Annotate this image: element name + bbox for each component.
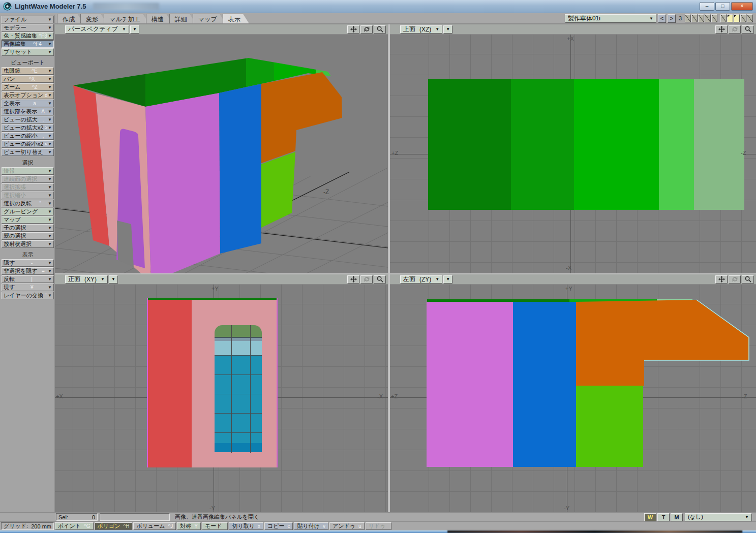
sidebar-item[interactable]: ビューの縮小x2 < ▼ (2, 140, 54, 148)
roof-polygon-band-2[interactable] (511, 79, 574, 210)
sidebar-item[interactable]: ビューの拡大 . ▼ (2, 116, 54, 123)
toolbar-button[interactable]: アンドゥ u (329, 522, 365, 530)
next-layer-button[interactable]: > (668, 14, 676, 23)
sidebar-item[interactable]: レイヤーの交換 ' ▼ (2, 292, 54, 299)
perspective-canvas[interactable]: -Z (55, 35, 388, 273)
green-panel[interactable] (576, 386, 643, 467)
window-band-lightblue[interactable] (215, 341, 262, 356)
menu-tab[interactable]: 構造 (146, 14, 172, 23)
sidebar-item[interactable]: 全表示 a ▼ (2, 100, 54, 107)
sidebar-item[interactable]: 選択縮小 ▼ (2, 192, 54, 199)
roof-polygon-band-4[interactable] (659, 79, 694, 210)
toolbar-button[interactable]: ポリゴン ^H (95, 522, 133, 530)
sidebar-item[interactable]: 反転 | ▼ (2, 275, 54, 283)
sidebar-item[interactable]: 情報 ▼ (2, 167, 54, 175)
menu-tab[interactable]: 詳細 (169, 14, 196, 23)
sidebar-item[interactable]: 選択拡張 ▼ (2, 183, 54, 191)
layer-button[interactable] (727, 14, 733, 22)
sidebar-item[interactable]: ビューの拡大x2 > ▼ (2, 124, 54, 132)
layer-button[interactable] (705, 14, 711, 22)
render-mode-dropdown[interactable]: ▼ (130, 25, 139, 34)
zoom-icon[interactable] (374, 275, 386, 284)
roof-polygon-band-1[interactable] (428, 79, 511, 210)
view-type-dropdown[interactable]: パースペクティブ ▼ (65, 25, 129, 34)
roof-edge-dark[interactable] (427, 299, 569, 302)
red-panel[interactable] (148, 300, 192, 467)
minimize-button[interactable]: – (700, 2, 714, 11)
sidebar-item[interactable]: 子の選択 ▼ (2, 224, 54, 232)
blue-panel[interactable] (513, 302, 576, 467)
pan-icon[interactable] (347, 25, 359, 34)
view-type-dropdown[interactable]: 正面 (XY) ▼ (65, 275, 108, 284)
layer-button[interactable] (734, 14, 740, 22)
face-orange-nose[interactable] (261, 72, 342, 163)
sidebar-item[interactable]: 隠す - ▼ (2, 259, 54, 267)
sidebar-item[interactable]: 連続面の選択 ▼ (2, 175, 54, 183)
close-button[interactable]: × (731, 2, 753, 11)
toolbar-button[interactable]: ボリューム ^J (133, 522, 176, 530)
menu-tab[interactable]: マップ (193, 14, 226, 23)
rotate-icon[interactable] (729, 25, 741, 34)
roof-polygon-band-5[interactable] (694, 79, 744, 210)
face-yellowgreen[interactable] (261, 152, 295, 228)
toolbar-button[interactable]: 対称 Y (177, 522, 201, 530)
face-magenta-side[interactable] (145, 93, 220, 273)
left-canvas[interactable]: +Y +Z -Z -Y (390, 285, 756, 512)
sidebar-item[interactable]: 現す ¥ ▼ (2, 284, 54, 291)
toolbar-button[interactable]: リドゥ (366, 522, 392, 530)
sidebar-item[interactable]: パン ^X ▼ (2, 75, 54, 83)
pan-icon[interactable] (347, 275, 359, 284)
face-blue-side[interactable] (219, 84, 261, 254)
window-sill-darkblue[interactable] (215, 443, 262, 452)
vertex-map-mode-button[interactable]: M (671, 513, 683, 521)
object-selector[interactable]: 製作車体01i ▼ (565, 14, 656, 23)
rotate-icon[interactable] (729, 275, 741, 284)
zoom-icon[interactable] (742, 25, 754, 34)
sidebar-item[interactable]: ビュー切り替え ▼ (2, 148, 54, 156)
view-type-dropdown[interactable]: 上面 (XZ) ▼ (400, 25, 442, 34)
front-window[interactable] (215, 325, 262, 453)
render-mode-dropdown[interactable]: ▼ (443, 275, 452, 284)
maximize-button[interactable]: □ (715, 2, 730, 11)
orange-nose-panel[interactable] (576, 300, 749, 386)
sidebar-item[interactable]: 放射状選択 ▼ (2, 240, 54, 248)
layer-button[interactable] (685, 14, 691, 22)
sidebar-item[interactable]: 選択の反転 " ▼ (2, 200, 54, 207)
layer-button[interactable] (720, 14, 727, 22)
menu-tab[interactable]: 作成 (57, 14, 83, 23)
pan-icon[interactable] (715, 25, 728, 34)
layer-button[interactable] (747, 14, 753, 22)
sidebar-item[interactable]: プリセット ▼ (2, 48, 54, 56)
layer-button[interactable] (711, 14, 717, 22)
toolbar-button[interactable]: 貼り付け v (294, 522, 328, 530)
menu-tab[interactable]: マルチ加工 (104, 14, 149, 23)
vertex-map-selector[interactable]: (なし) ▼ (685, 513, 752, 521)
render-mode-dropdown[interactable]: ▼ (443, 25, 452, 34)
rotate-icon[interactable] (360, 25, 373, 34)
toolbar-button[interactable]: ポイント ^G (55, 522, 94, 530)
sidebar-item[interactable]: 親の選択 ▼ (2, 232, 54, 240)
sidebar-item[interactable]: モデラー ▼ (2, 24, 54, 32)
roof-polygon-band-3[interactable] (574, 79, 659, 210)
sidebar-item[interactable]: グルーピング ▼ (2, 208, 54, 215)
zoom-icon[interactable] (742, 275, 754, 284)
zoom-icon[interactable] (374, 25, 386, 34)
view-type-dropdown[interactable]: 左面 (ZY) ▼ (400, 275, 442, 284)
vertex-map-mode-button[interactable]: T (657, 513, 670, 521)
toolbar-button[interactable]: モード (202, 522, 228, 530)
top-canvas[interactable]: +X +Z -Z -X (390, 35, 756, 273)
window-panes-teal[interactable] (215, 356, 262, 443)
sidebar-item[interactable]: ビューの縮小 , ▼ (2, 132, 54, 140)
sidebar-item[interactable]: 選択 ▼ (2, 159, 54, 167)
rotate-icon[interactable] (360, 275, 373, 284)
violet-panel[interactable] (427, 302, 513, 467)
sidebar-item[interactable]: ファイル ▼ (2, 16, 54, 23)
toolbar-button[interactable]: 切り取り x (229, 522, 263, 530)
toolbar-button[interactable]: コピー c (264, 522, 293, 530)
layer-button[interactable] (740, 14, 746, 22)
sidebar-item[interactable]: 表示 ▼ (2, 251, 54, 259)
pan-icon[interactable] (715, 275, 728, 284)
vertex-map-mode-button[interactable]: W (644, 513, 656, 521)
sidebar-item[interactable]: ビューポート ▼ (2, 59, 54, 67)
menu-tab[interactable]: 表示 (223, 14, 249, 23)
